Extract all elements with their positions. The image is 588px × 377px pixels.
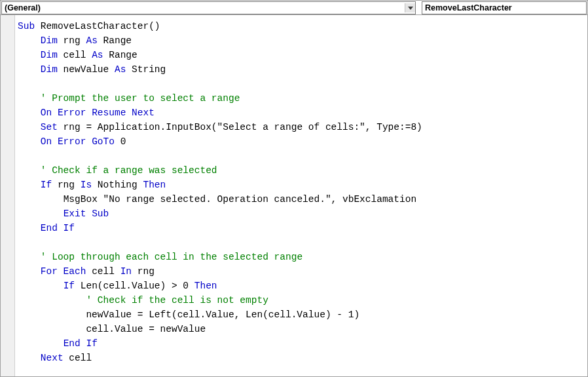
code-editor[interactable]: Sub RemoveLastCharacter() Dim rng As Ran…: [15, 15, 587, 376]
var-cell: cell: [58, 50, 92, 60]
sub-name: RemoveLastCharacter(): [35, 21, 160, 31]
kw-set: Set: [41, 122, 58, 132]
procedure-dropdown[interactable]: RemoveLastCharacter: [422, 1, 587, 14]
chevron-down-icon: [405, 3, 415, 12]
zero-lit: 0: [115, 136, 126, 147]
set-rng-expr: rng = Application.InputBox("Select a ran…: [58, 122, 422, 132]
object-dropdown[interactable]: (General): [1, 1, 416, 14]
kw-exitsub: Exit Sub: [64, 208, 109, 219]
type-range1: Range: [98, 35, 132, 46]
kw-sub: Sub: [18, 21, 35, 31]
type-string: String: [126, 64, 166, 75]
foreach-coll: rng: [132, 266, 155, 277]
kw-then1: Then: [143, 180, 166, 190]
kw-if1: If: [41, 180, 52, 190]
cellval-assign: cell.Value = newValue: [86, 324, 206, 334]
msgbox-1: MsgBox "No range selected. Operation can…: [64, 194, 417, 205]
indicator-margin: [1, 15, 15, 376]
newval-assign: newValue = Left(cell.Value, Len(cell.Val…: [86, 309, 359, 320]
kw-in: In: [120, 266, 132, 277]
kw-onerr1: On Error Resume Next: [41, 108, 155, 118]
kw-as1: As: [86, 35, 97, 46]
kw-dim3: Dim: [41, 64, 58, 75]
comment-2: ' Check if a range was selected: [41, 165, 217, 176]
rng-is: rng: [52, 180, 81, 190]
kw-if2: If: [64, 281, 75, 291]
kw-as3: As: [115, 64, 126, 75]
len-cond: Len(cell.Value) > 0: [75, 281, 194, 291]
kw-endif1: End If: [41, 223, 75, 233]
editor-wrapper: Sub RemoveLastCharacter() Dim rng As Ran…: [1, 15, 587, 376]
nothing: Nothing: [92, 180, 143, 190]
comment-3: ' Loop through each cell in the selected…: [41, 252, 303, 262]
procedure-dropdown-text: RemoveLastCharacter: [425, 3, 512, 12]
var-newvalue: newValue: [58, 64, 115, 75]
next-var: cell: [64, 353, 92, 363]
kw-foreach: For Each: [41, 266, 86, 277]
kw-dim1: Dim: [41, 35, 58, 46]
header-bar: (General) RemoveLastCharacter: [1, 1, 587, 15]
kw-dim2: Dim: [41, 50, 58, 60]
kw-endif2: End If: [64, 338, 98, 349]
kw-next: Next: [41, 353, 64, 363]
comment-1: ' Prompt the user to select a range: [41, 93, 240, 104]
object-dropdown-text: (General): [5, 3, 41, 12]
type-range2: Range: [103, 50, 138, 60]
var-rng: rng: [58, 35, 86, 46]
kw-is: Is: [81, 180, 92, 190]
kw-as2: As: [92, 50, 103, 60]
foreach-var: cell: [86, 266, 120, 277]
kw-then2: Then: [194, 281, 217, 291]
kw-onerr2: On Error GoTo: [41, 136, 115, 147]
comment-4: ' Check if the cell is not empty: [86, 295, 268, 306]
